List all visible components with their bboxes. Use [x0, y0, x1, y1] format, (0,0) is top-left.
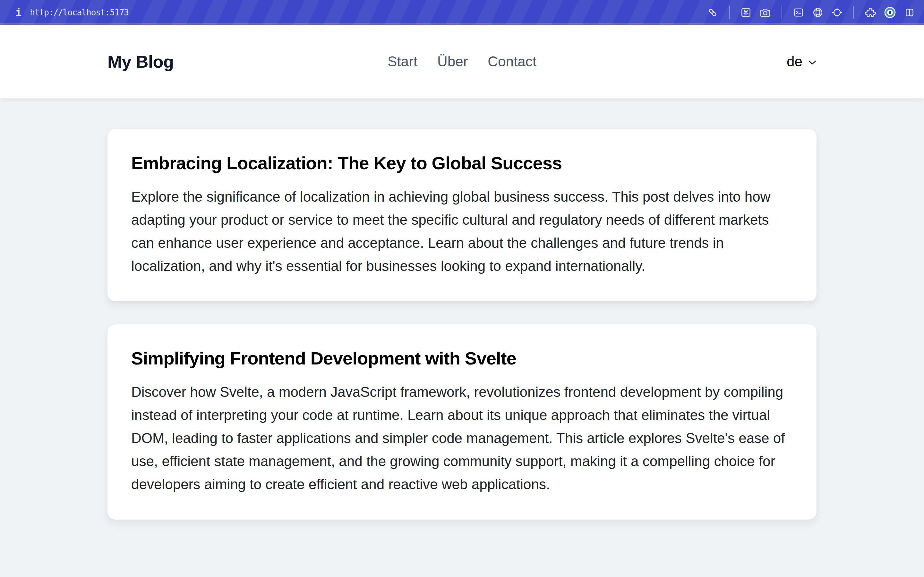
- url-text[interactable]: http://localhost:5173: [30, 8, 129, 17]
- toolbar-actions: [707, 6, 915, 19]
- post-card-svelte[interactable]: Simplifying Frontend Development with Sv…: [107, 324, 817, 520]
- post-excerpt: Explore the significance of localization…: [131, 185, 793, 277]
- nav-link-contact[interactable]: Contact: [488, 53, 536, 69]
- toolbar-divider: [853, 6, 854, 19]
- post-card-localization[interactable]: Embracing Localization: The Key to Globa…: [107, 129, 817, 301]
- info-icon[interactable]: i: [15, 7, 21, 18]
- site-header: My Blog Start Über Contact de: [0, 25, 924, 98]
- camera-icon[interactable]: [760, 7, 771, 18]
- puzzle-icon[interactable]: [865, 7, 876, 18]
- split-view-icon[interactable]: [904, 7, 915, 18]
- onepassword-icon[interactable]: [884, 7, 896, 18]
- language-selector[interactable]: de: [787, 53, 817, 69]
- terminal-icon[interactable]: [793, 7, 804, 18]
- globe-icon[interactable]: [813, 7, 823, 18]
- site-title[interactable]: My Blog: [107, 52, 388, 71]
- language-selected-label: de: [787, 53, 803, 69]
- nav-link-start[interactable]: Start: [388, 53, 417, 69]
- toolbar-divider: [729, 6, 730, 19]
- link-icon[interactable]: [707, 7, 718, 18]
- chevron-down-icon: [808, 58, 817, 65]
- page-content: Embracing Localization: The Key to Globa…: [0, 98, 924, 520]
- crosshair-icon[interactable]: [832, 7, 843, 18]
- address-area: i http://localhost:5173: [15, 7, 129, 18]
- post-title: Simplifying Frontend Development with Sv…: [131, 348, 793, 369]
- post-excerpt: Discover how Svelte, a modern JavaScript…: [131, 380, 793, 496]
- post-title: Embracing Localization: The Key to Globa…: [131, 152, 793, 174]
- main-nav: Start Über Contact: [388, 53, 536, 69]
- browser-toolbar: i http://localhost:5173: [0, 0, 924, 25]
- nav-link-ueber[interactable]: Über: [437, 53, 468, 69]
- flower-image-icon[interactable]: [740, 7, 751, 18]
- toolbar-divider: [782, 6, 782, 19]
